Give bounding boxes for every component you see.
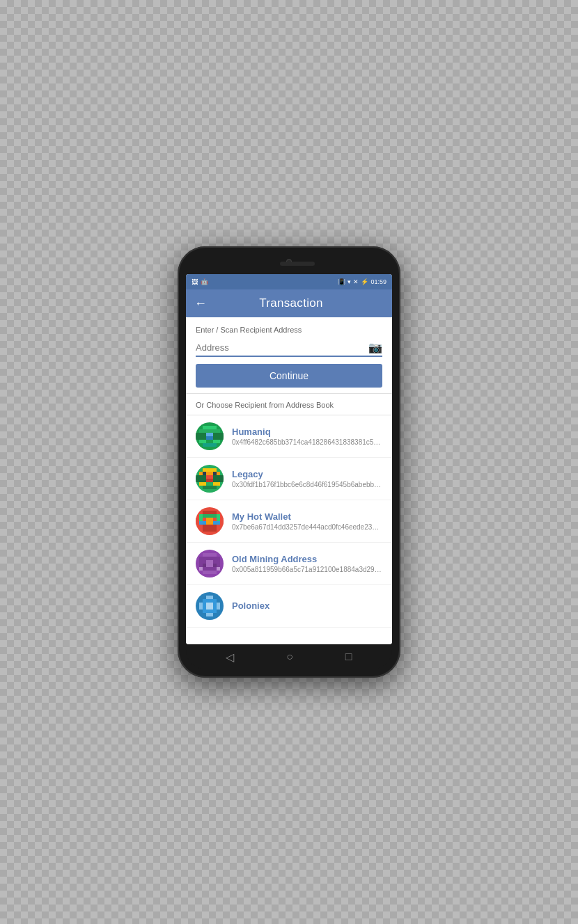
speaker-grille [280,262,315,266]
svg-rect-1 [203,426,217,429]
phone-top [186,255,392,274]
svg-rect-34 [203,553,217,557]
address-input-row: 📷 [196,340,382,357]
svg-rect-15 [213,482,220,486]
svg-rect-8 [210,433,213,436]
contact-item-mining[interactable]: Old Mining Address 0x005a811959b66a5c71a… [186,543,392,585]
svg-rect-4 [199,440,206,443]
svg-rect-46 [199,603,203,610]
svg-rect-37 [203,564,206,567]
continue-button[interactable]: Continue [196,364,382,388]
app-bar: ← Transaction [186,289,392,317]
image-status-icon: 🖼 [192,278,198,285]
svg-rect-18 [210,475,213,479]
status-icons-right: 📳 ▾ ✕ ⚡ 01:59 [338,278,386,285]
contact-address-humaniq: 0x4ff6482c685bb3714ca418286431838381c5a8… [232,438,382,446]
contact-address-hotwallet: 0x7be6a67d14dd3257de444acd0fc46eede234a2… [232,523,382,531]
contact-info-hotwallet: My Hot Wallet 0x7be6a67d14dd3257de444acd… [232,511,382,531]
svg-rect-6 [203,443,217,447]
svg-rect-11 [203,468,217,472]
svg-rect-21 [213,472,217,475]
address-book-label: Or Choose Recipient from Address Book [196,401,382,409]
contact-item-hotwallet[interactable]: My Hot Wallet 0x7be6a67d14dd3257de444acd… [186,500,392,543]
contact-name-hotwallet: My Hot Wallet [232,511,382,522]
svg-rect-16 [203,486,217,489]
svg-rect-28 [199,521,206,525]
svg-rect-20 [203,472,206,475]
android-status-icon: 🤖 [201,278,208,285]
time-display: 01:59 [370,278,386,285]
svg-rect-27 [206,518,213,525]
contact-info-mining: Old Mining Address 0x005a811959b66a5c71a… [232,554,382,573]
contact-name-humaniq: Humaniq [232,427,382,437]
contact-item-legacy[interactable]: Legacy 0x30fdf1b176f1bbc6e6c8d46f619545b… [186,458,392,500]
svg-rect-14 [199,482,206,486]
contact-item-humaniq[interactable]: Humaniq 0x4ff6482c685bb3714ca41828643183… [186,415,392,458]
contact-info-legacy: Legacy 0x30fdf1b176f1bbc6e6c8d46f619545b… [232,469,382,488]
back-nav-button[interactable]: ◁ [226,651,234,664]
scan-camera-icon[interactable]: 📷 [368,341,382,354]
avatar-humaniq [196,422,224,450]
nav-bar: ◁ ○ □ [186,644,392,669]
signal-icon: ✕ [353,278,359,285]
app-bar-title: Transaction [215,296,367,310]
svg-rect-17 [206,475,210,479]
address-book-section: Or Choose Recipient from Address Book [186,394,392,415]
svg-rect-5 [213,440,220,443]
address-input[interactable] [196,340,368,356]
back-button[interactable]: ← [194,296,207,311]
avatar-poloniex [196,592,224,620]
svg-rect-2 [199,429,220,433]
screen-content: Enter / Scan Recipient Address 📷 Continu… [186,317,392,644]
svg-rect-31 [196,518,199,525]
svg-rect-44 [206,596,213,599]
svg-rect-39 [203,571,217,574]
avatar-hotwallet [196,507,224,535]
svg-rect-25 [217,514,220,521]
svg-rect-23 [203,511,217,514]
recent-nav-button[interactable]: □ [345,651,352,663]
contact-info-poloniex: Poloniex [232,600,382,612]
home-nav-button[interactable]: ○ [286,651,293,663]
svg-rect-30 [203,525,217,532]
svg-rect-32 [220,518,224,525]
svg-rect-48 [206,603,213,610]
svg-rect-36 [206,560,213,567]
svg-rect-38 [213,564,217,567]
contact-address-mining: 0x005a811959b66a5c71a912100e1884a3d29c13… [232,566,382,573]
input-label: Enter / Scan Recipient Address [196,326,382,334]
svg-rect-9 [206,436,213,440]
svg-rect-40 [199,567,203,571]
phone-device: 🖼 🤖 📳 ▾ ✕ ⚡ 01:59 ← Transaction Enter / … [178,246,400,678]
svg-rect-41 [217,567,220,571]
vibrate-icon: 📳 [338,278,345,285]
svg-rect-19 [206,479,213,482]
svg-rect-7 [206,433,210,436]
svg-rect-24 [199,514,203,521]
contact-name-mining: Old Mining Address [232,554,382,564]
battery-icon: ⚡ [361,278,368,285]
status-icons-left: 🖼 🤖 [192,278,208,285]
phone-screen: 🖼 🤖 📳 ▾ ✕ ⚡ 01:59 ← Transaction Enter / … [186,274,392,644]
svg-rect-45 [206,613,213,616]
status-bar: 🖼 🤖 📳 ▾ ✕ ⚡ 01:59 [186,274,392,289]
svg-rect-47 [217,603,220,610]
wifi-icon: ▾ [347,278,351,285]
contact-address-legacy: 0x30fdf1b176f1bbc6e6c8d46f619545b6abebb3… [232,481,382,488]
contact-item-poloniex[interactable]: Poloniex [186,585,392,628]
contact-name-legacy: Legacy [232,469,382,479]
avatar-legacy [196,465,224,493]
avatar-mining [196,550,224,578]
contact-info-humaniq: Humaniq 0x4ff6482c685bb3714ca41828643183… [232,427,382,446]
svg-rect-12 [199,472,220,475]
contact-name-poloniex: Poloniex [232,600,382,611]
svg-rect-26 [203,514,217,518]
input-section: Enter / Scan Recipient Address 📷 Continu… [186,317,392,394]
svg-rect-29 [213,521,220,525]
